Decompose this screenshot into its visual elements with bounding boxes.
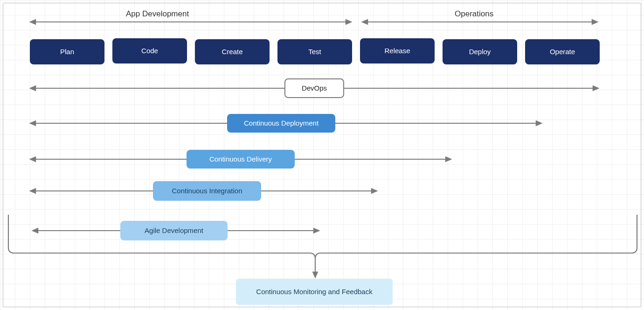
svg-marker-7	[29, 85, 36, 91]
span-arrow-ci-right	[261, 186, 378, 196]
svg-marker-21	[371, 188, 378, 194]
svg-marker-2	[346, 19, 352, 25]
stage-test: Test	[277, 39, 352, 64]
svg-marker-4	[361, 19, 368, 25]
stage-operate: Operate	[525, 39, 600, 64]
stage-plan: Plan	[30, 39, 104, 64]
svg-marker-15	[29, 156, 36, 162]
svg-marker-17	[445, 156, 452, 162]
svg-marker-13	[536, 120, 542, 126]
svg-marker-9	[593, 85, 599, 91]
stage-create: Create	[195, 39, 270, 64]
span-arrow-ci-left	[29, 186, 153, 196]
section-arrow-ops	[361, 17, 598, 27]
span-arrow-cdel-left	[29, 155, 187, 164]
stage-release: Release	[360, 38, 435, 63]
continuous-monitoring-box: Continuous Monitoring and Feedback	[236, 279, 393, 305]
svg-marker-26	[312, 272, 318, 278]
span-continuous-integration: Continuous Integration	[153, 181, 261, 201]
svg-marker-5	[592, 19, 598, 25]
span-arrow-cd-right	[335, 119, 542, 128]
span-continuous-delivery: Continuous Delivery	[187, 150, 295, 169]
span-devops: DevOps	[284, 78, 344, 98]
span-arrow-cdel-right	[295, 155, 452, 164]
stage-code: Code	[112, 38, 187, 63]
span-arrow-devops-right	[344, 84, 599, 93]
section-arrow-app-dev	[29, 17, 352, 27]
span-arrow-cd-left	[29, 119, 227, 128]
span-continuous-deployment: Continuous Deployment	[227, 114, 335, 133]
stage-deploy: Deploy	[443, 39, 517, 64]
svg-marker-1	[29, 19, 36, 25]
funnel-connector	[7, 215, 638, 280]
svg-marker-19	[29, 188, 36, 194]
diagram-canvas: App Development Operations Plan Code Cre…	[0, 0, 644, 310]
span-arrow-devops-left	[29, 84, 284, 93]
svg-marker-11	[29, 120, 36, 126]
